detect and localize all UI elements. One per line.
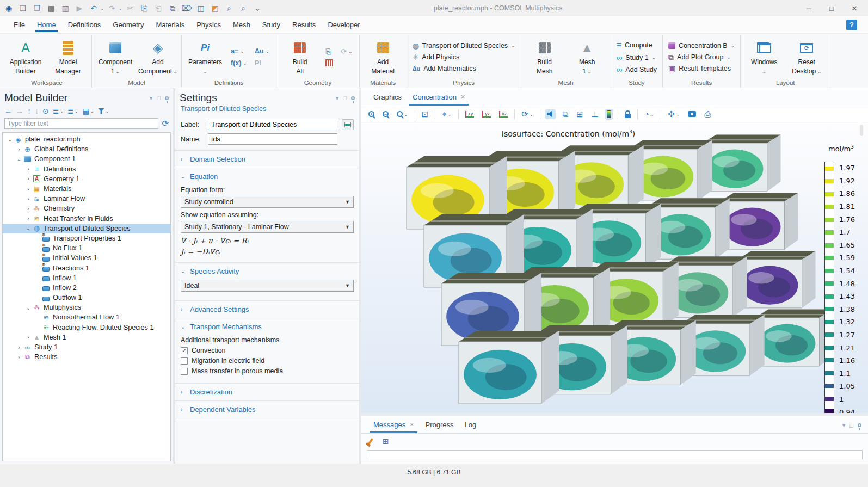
cut-button[interactable]: ✂ [124,2,137,15]
build-mesh-button[interactable]: BuildMesh [525,37,565,77]
parameters-button[interactable]: PiParameters ⌄ [185,37,225,78]
compute-button[interactable]: =Compute [617,41,657,50]
add-component-button[interactable]: ◈AddComponent ⌄ [138,37,178,78]
panel-pin-icon[interactable] [858,423,861,427]
tab-log[interactable]: Log [459,417,482,433]
equation-form-select[interactable]: Study controlled ▼ [181,196,354,208]
panel-menu-icon[interactable]: ▾ [150,95,153,102]
tree-item-geometry-1[interactable]: ›AGeometry 1 [3,174,170,184]
show-button[interactable]: ⊙ [42,107,49,115]
delete-button[interactable]: ⌦ [180,2,193,15]
tab-graphics[interactable]: Graphics [368,89,407,106]
open-file-button[interactable]: ❐ [30,2,44,15]
tree-item-results[interactable]: ›⧉Results [3,352,170,362]
maximize-button[interactable]: □ [820,1,843,16]
label-field[interactable] [208,119,337,130]
expander-icon[interactable]: › [15,354,23,360]
help-button[interactable]: ? [846,20,857,30]
mesh-1-button[interactable]: ▲Mesh1 ⌄ [567,37,607,78]
expander-icon[interactable]: › [24,334,32,340]
run-button[interactable]: ▶ [73,2,86,15]
menu-tab-definitions[interactable]: Definitions [62,17,107,32]
tree-item-no-flux-1[interactable]: No Flux 1 [3,243,170,253]
expander-icon[interactable]: › [15,146,23,152]
views-button[interactable]: ⌕ [237,2,250,15]
menu-tab-results[interactable]: Results [286,17,322,32]
section-header-advanced-settings[interactable]: › Advanced Settings [175,301,359,318]
move-up-button[interactable]: ↑ [27,107,31,115]
add-study-button[interactable]: ∞Add Study [617,65,657,73]
find-button[interactable]: ⌕ [223,2,236,15]
zoom-in-button[interactable]: + [367,109,376,119]
tree-item-heat-transfer-in-fluids[interactable]: ›≋Heat Transfer in Fluids [3,214,170,224]
show-axes-button[interactable]: ⊥ [590,108,600,120]
parameter-case-button[interactable]: Pi [255,59,269,67]
copy-button[interactable]: ⎘ [138,2,151,15]
add-mathematics-button[interactable]: ΔuAdd Mathematics [413,65,515,72]
plot-thumbnail-icon[interactable] [860,125,863,135]
select-box-button[interactable]: ◫ [194,2,207,15]
expander-icon[interactable]: › [24,166,32,172]
section-header-discretization[interactable]: › Discretization [175,384,359,400]
nonlocal-couplings-button[interactable]: Δu⌄ [255,47,269,55]
reset-desktop-button[interactable]: ⟳ResetDesktop ⌄ [786,37,827,78]
tree-item-inflow-1[interactable]: Inflow 1 [3,273,170,283]
update-plot-button[interactable]: ✣⌄ [666,108,681,120]
tree-item-initial-values-1[interactable]: Initial Values 1 [3,253,170,263]
add-plot-group-button[interactable]: ⧉Add Plot Group⌄ [668,53,735,61]
section-header-equation[interactable]: ⌄ Equation [175,168,359,185]
tree-item-transport-of-diluted-species[interactable]: ⌄◍Transport of Diluted Species [3,224,170,233]
show-equation-select[interactable]: Study 1, Stationary - Laminar Flow ▼ [181,221,354,233]
tab-concentration[interactable]: Concentration✕ [407,89,471,106]
scene-appearance-button[interactable]: ◔⌄ [643,108,656,120]
physics-interface-button[interactable]: ◍Transport of Diluted Species⌄ [413,42,515,50]
tree-item-mesh-1[interactable]: ›▲Mesh 1 [3,332,170,342]
save-as-button[interactable]: ▥ [59,2,72,15]
image-snapshot-button[interactable] [686,109,698,119]
new-file-button[interactable]: ❏ [16,2,29,15]
checkbox-mass-transfer-in-porous-media[interactable] [181,368,188,375]
checkbox-convection[interactable]: ✓ [181,347,188,354]
menu-tab-file[interactable]: File [8,17,31,32]
back-button[interactable]: ← [4,107,12,115]
concentration-plot-group-button[interactable]: Concentration B⌄ [668,42,735,50]
expander-icon[interactable]: › [24,186,32,192]
menu-tab-home[interactable]: Home [31,17,62,32]
tab-progress[interactable]: Progress [420,417,459,433]
save-button[interactable]: ▤ [45,2,58,15]
menu-tab-developer[interactable]: Developer [322,17,366,32]
show-grid-button[interactable]: ⊞ [575,108,585,120]
graphics-canvas[interactable]: Isosurface: Concentration (mol/m3) mol/m… [361,122,868,413]
print-button[interactable]: ⎙ [703,108,712,120]
tree-item-study-1[interactable]: ›∞Study 1 [3,342,170,352]
insert-sequence-button[interactable]: ⎘ [325,48,333,55]
expander-icon[interactable]: › [24,196,32,202]
name-field[interactable] [208,133,337,145]
expander-icon[interactable]: › [24,215,32,221]
color-legend-button[interactable] [605,109,613,120]
tree-item-inflow-2[interactable]: Inflow 2 [3,283,170,293]
view-yz-button[interactable]: yz [481,109,493,119]
messages-text-area[interactable] [367,450,863,459]
tree-item-plate-reactor-mph[interactable]: ⌄◈plate_reactor.mph [3,134,170,144]
close-icon[interactable]: ✕ [409,421,414,428]
view-xy-button[interactable]: xy [464,109,476,119]
expander-icon[interactable]: ⌄ [24,225,32,231]
comsol-logo-button[interactable]: ◉ [2,2,15,15]
zoom-extents-button[interactable]: ⊡ [420,108,430,120]
tree-item-laminar-flow[interactable]: ›≋Laminar Flow [3,194,170,204]
redo-button[interactable]: ↷ [106,2,119,15]
panel-pin-icon[interactable] [165,96,169,100]
panel-pin-icon[interactable] [351,96,355,100]
isosurface-3d-plot[interactable] [391,133,833,413]
tree-filter-input[interactable] [4,118,158,129]
open-messages-window-button[interactable]: ⊞ [381,436,391,447]
tree-item-reactions-1[interactable]: Reactions 1 [3,263,170,273]
build-all-geometry-button[interactable]: BuildAll [280,37,320,77]
close-button[interactable]: ✕ [843,1,866,16]
zoom-out-button[interactable]: − [381,109,390,119]
tree-item-materials[interactable]: ›▦Materials [3,184,170,194]
tree-item-definitions[interactable]: ›≡Definitions [3,164,170,174]
expander-icon[interactable]: › [15,344,23,350]
menu-tab-physics[interactable]: Physics [190,17,227,32]
